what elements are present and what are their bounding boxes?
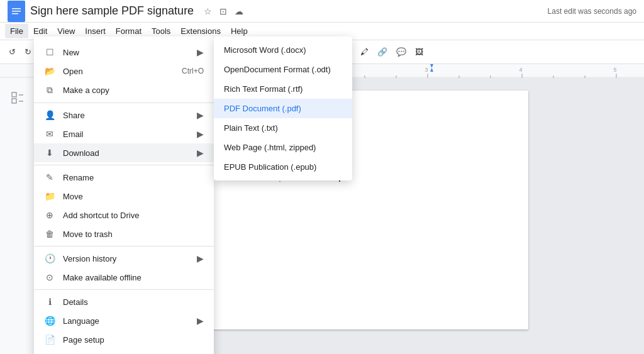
- version-arrow-icon: ▶: [197, 253, 204, 263]
- menu-item-make-offline[interactable]: ⊙ Make available offline: [34, 268, 214, 287]
- menu-item-share-label: Share: [63, 111, 189, 120]
- download-odt[interactable]: OpenDocument Format (.odt): [214, 60, 352, 79]
- menu-item-details-label: Details: [63, 297, 204, 307]
- svg-text:3: 3: [425, 67, 428, 73]
- image-button[interactable]: 🖼: [411, 45, 427, 59]
- download-icon: ⬇: [44, 148, 55, 158]
- menu-section-5: ℹ Details 🌐 Language ▶ 📄 Page setup 🖨 Pr…: [34, 290, 214, 354]
- download-arrow-icon: ▶: [197, 148, 204, 158]
- folder-icon[interactable]: ⊡: [217, 5, 230, 18]
- file-context-menu: ☐ New ▶ 📂 Open Ctrl+O ⧉ Make a copy 👤 Sh…: [34, 36, 214, 354]
- menu-item-share[interactable]: 👤 Share ▶: [34, 106, 214, 124]
- doc-icon: [8, 1, 25, 22]
- new-icon: ☐: [44, 47, 55, 57]
- menu-item-open-label: Open: [63, 67, 174, 76]
- svg-rect-26: [12, 92, 16, 97]
- star-icon[interactable]: ☆: [201, 5, 214, 18]
- menu-item-rename[interactable]: ✎ Rename: [34, 168, 214, 187]
- page-setup-icon: 📄: [44, 335, 55, 345]
- menu-item-new-label: New: [63, 48, 189, 57]
- title-icons: ☆ ⊡ ☁: [201, 5, 246, 18]
- link-button[interactable]: 🔗: [374, 45, 391, 59]
- menu-item-email-label: Email: [63, 130, 189, 139]
- menu-item-version-history-label: Version history: [63, 254, 189, 263]
- menu-item-move-trash-label: Move to trash: [63, 230, 204, 239]
- document-title: Sign here sample PDF signature: [30, 4, 194, 18]
- redo-button[interactable]: ↻: [21, 45, 35, 59]
- menu-file[interactable]: File: [5, 24, 28, 38]
- menu-item-make-copy[interactable]: ⧉ Make a copy: [34, 80, 214, 100]
- move-icon: 📁: [44, 191, 55, 201]
- menu-item-make-offline-label: Make available offline: [63, 273, 204, 282]
- menu-item-version-history[interactable]: 🕐 Version history ▶: [34, 249, 214, 268]
- menu-item-add-shortcut-label: Add shortcut to Drive: [63, 211, 204, 220]
- download-pdf[interactable]: PDF Document (.pdf): [214, 99, 352, 118]
- menu-item-open[interactable]: 📂 Open Ctrl+O: [34, 62, 214, 80]
- download-word[interactable]: Microsoft Word (.docx): [214, 40, 352, 60]
- offline-icon: ⊙: [44, 272, 55, 282]
- svg-rect-3: [12, 13, 18, 14]
- title-bar: Sign here sample PDF signature ☆ ⊡ ☁ Las…: [0, 0, 644, 23]
- menu-item-page-setup[interactable]: 📄 Page setup: [34, 330, 214, 349]
- download-submenu: Microsoft Word (.docx) OpenDocument Form…: [214, 36, 352, 180]
- menu-item-move-trash[interactable]: 🗑 Move to trash: [34, 224, 214, 243]
- comment-button[interactable]: 💬: [392, 45, 410, 59]
- menu-section-3: ✎ Rename 📁 Move ⊕ Add shortcut to Drive …: [34, 165, 214, 246]
- language-arrow-icon: ▶: [197, 316, 204, 326]
- menu-section-1: ☐ New ▶ 📂 Open Ctrl+O ⧉ Make a copy: [34, 40, 214, 103]
- details-icon: ℹ: [44, 297, 55, 307]
- svg-rect-1: [12, 8, 21, 9]
- rename-icon: ✎: [44, 172, 55, 182]
- download-epub[interactable]: EPUB Publication (.epub): [214, 157, 352, 177]
- svg-text:5: 5: [613, 67, 616, 73]
- version-icon: 🕐: [44, 253, 55, 263]
- email-arrow-icon: ▶: [197, 129, 204, 139]
- download-rtf[interactable]: Rich Text Format (.rtf): [214, 79, 352, 99]
- menu-item-language[interactable]: 🌐 Language ▶: [34, 311, 214, 330]
- last-edit-text: Last edit was seconds ago: [548, 7, 636, 16]
- menu-item-add-shortcut[interactable]: ⊕ Add shortcut to Drive: [34, 206, 214, 224]
- undo-button[interactable]: ↺: [5, 45, 19, 59]
- menu-item-move-label: Move: [63, 192, 204, 201]
- menu-section-2: 👤 Share ▶ ✉ Email ▶ ⬇ Download ▶: [34, 103, 214, 165]
- svg-rect-2: [12, 11, 21, 12]
- menu-item-download[interactable]: ⬇ Download ▶: [34, 143, 214, 162]
- share-icon: 👤: [44, 110, 55, 120]
- menu-item-make-copy-label: Make a copy: [63, 86, 204, 95]
- open-shortcut: Ctrl+O: [182, 67, 204, 75]
- menu-item-print[interactable]: 🖨 Print Ctrl+P: [34, 349, 214, 354]
- add-shortcut-icon: ⊕: [44, 210, 55, 220]
- language-icon: 🌐: [44, 316, 55, 326]
- svg-rect-27: [12, 99, 16, 103]
- email-icon: ✉: [44, 129, 55, 139]
- menu-item-email[interactable]: ✉ Email ▶: [34, 124, 214, 143]
- open-icon: 📂: [44, 66, 55, 76]
- svg-text:4: 4: [519, 67, 522, 73]
- download-txt[interactable]: Plain Text (.txt): [214, 118, 352, 138]
- menu-item-rename-label: Rename: [63, 173, 204, 182]
- menu-item-details[interactable]: ℹ Details: [34, 292, 214, 311]
- new-arrow-icon: ▶: [197, 47, 204, 57]
- copy-icon: ⧉: [44, 85, 55, 96]
- menu-item-language-label: Language: [63, 316, 189, 326]
- trash-icon: 🗑: [44, 229, 55, 239]
- menu-item-download-label: Download: [63, 148, 189, 158]
- menu-item-new[interactable]: ☐ New ▶: [34, 43, 214, 62]
- left-sidebar: [0, 78, 35, 354]
- menu-section-4: 🕐 Version history ▶ ⊙ Make available off…: [34, 246, 214, 290]
- highlight-button[interactable]: 🖍: [357, 45, 372, 59]
- share-arrow-icon: ▶: [197, 110, 204, 120]
- download-html[interactable]: Web Page (.html, zipped): [214, 138, 352, 157]
- cloud-icon[interactable]: ☁: [232, 5, 246, 18]
- menu-item-page-setup-label: Page setup: [63, 335, 204, 345]
- menu-item-move[interactable]: 📁 Move: [34, 187, 214, 206]
